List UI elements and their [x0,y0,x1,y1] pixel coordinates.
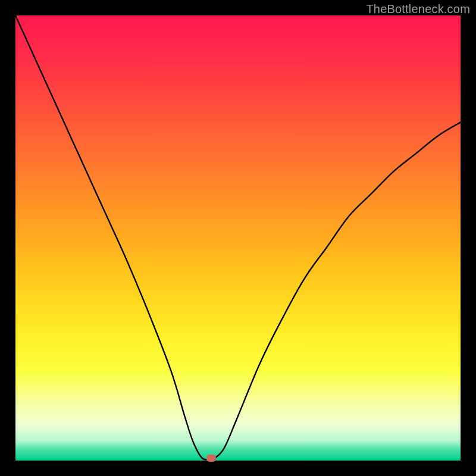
plot-area [15,15,461,461]
optimum-marker [206,455,216,462]
watermark-text: TheBottleneck.com [366,2,470,16]
chart-frame: TheBottleneck.com [0,0,476,476]
bottleneck-curve [15,15,461,459]
curve-svg [15,15,461,461]
